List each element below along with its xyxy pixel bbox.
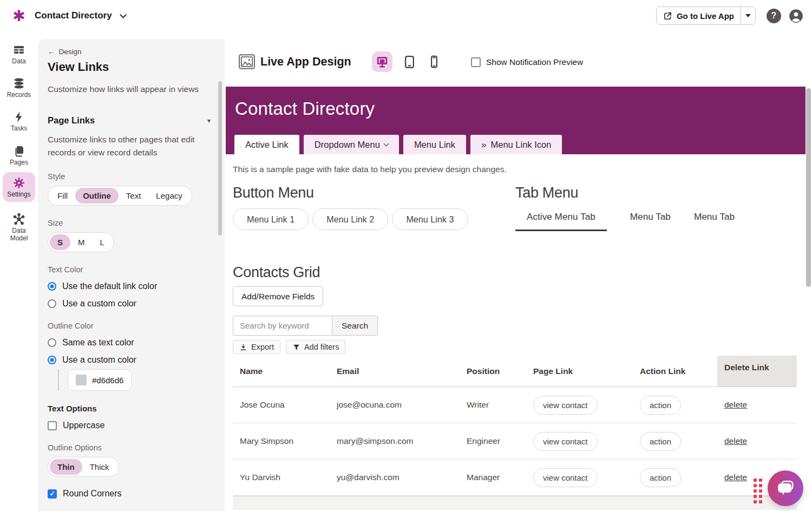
device-mobile-button[interactable] [424, 51, 444, 72]
gear-icon [12, 176, 25, 189]
style-option-outline[interactable]: Outline [75, 188, 119, 204]
table-row: Jose Ocuna jose@ocuna.com Writer view co… [233, 387, 797, 423]
nav-tab-menu-link[interactable]: Menu Link [403, 135, 466, 154]
app-logo-asterisk-icon: ✱ [10, 7, 28, 25]
round-corners-option[interactable]: ✓ Round Corners [48, 489, 211, 499]
add-remove-fields-button[interactable]: Add/Remove Fields [233, 286, 323, 306]
action-button[interactable]: action [640, 432, 681, 451]
add-filters-button[interactable]: Add filters [286, 340, 345, 354]
column-header-action-link[interactable]: Action Link [633, 366, 717, 376]
sample-page-note: This is a sample page with fake data to … [233, 165, 507, 174]
view-contact-button[interactable]: view contact [533, 432, 598, 451]
text-color-default-option[interactable]: Use the default link color [48, 281, 211, 291]
device-tablet-button[interactable] [399, 51, 420, 72]
button-menu-title: Button Menu [233, 185, 314, 201]
column-header-page-link[interactable]: Page Link [526, 366, 633, 376]
device-desktop-button[interactable] [372, 51, 392, 72]
collapse-caret-icon[interactable]: ▾ [207, 117, 211, 125]
go-to-live-app-label: Go to Live App [677, 11, 734, 21]
app-switcher-name[interactable]: Contact Directory [35, 10, 112, 21]
account-avatar-button[interactable] [789, 9, 803, 23]
outline-color-same-option[interactable]: Same as text color [48, 338, 211, 348]
outline-option-thick[interactable]: Thick [82, 459, 117, 475]
action-button[interactable]: action [640, 468, 681, 487]
app-switcher-chevron-down-icon[interactable] [120, 11, 127, 18]
color-hex-value: #d6d6d6 [92, 376, 123, 385]
chat-widget-button[interactable] [768, 470, 803, 506]
search-input[interactable] [233, 316, 332, 336]
column-header-position[interactable]: Position [460, 366, 526, 376]
radio-icon[interactable] [48, 299, 56, 308]
drag-handle-dots[interactable] [754, 479, 762, 503]
nav-tab-active-link[interactable]: Active Link [234, 135, 299, 154]
nav-label: Data [3, 57, 35, 65]
delete-link[interactable]: delete [724, 473, 747, 482]
delete-link[interactable]: delete [724, 436, 747, 446]
back-to-design-link[interactable]: ← Design [48, 48, 211, 56]
cell-name: Jose Ocuna [233, 400, 330, 410]
style-option-text[interactable]: Text [119, 188, 149, 204]
main-scrollbar-thumb[interactable] [806, 88, 811, 287]
nav-item-tasks[interactable]: Tasks [3, 110, 35, 132]
go-to-live-app-caret-button[interactable] [741, 7, 755, 24]
nav-item-data-model[interactable]: Data Model [3, 213, 35, 242]
nav-item-data[interactable]: Data [3, 43, 35, 65]
size-option-s[interactable]: S [50, 234, 70, 250]
menu-tab-3[interactable]: Menu Tab [694, 211, 735, 231]
nav-item-records[interactable]: Records [3, 77, 35, 99]
designer-main: Live App Design Show Notification Previe… [225, 31, 812, 511]
network-icon [12, 213, 25, 226]
go-to-live-app-split-button[interactable]: Go to Live App [656, 6, 756, 25]
active-menu-tab[interactable]: Active Menu Tab [515, 211, 607, 231]
table-footer-strip [233, 496, 797, 510]
color-swatch[interactable] [76, 375, 87, 385]
help-button[interactable]: ? [767, 9, 781, 23]
settings-panel: ← Design View Links Customize how links … [38, 39, 225, 511]
size-option-l[interactable]: L [93, 234, 112, 250]
chat-bubble-icon [775, 478, 796, 499]
cell-email: jose@ocuna.com [330, 400, 460, 410]
uppercase-option[interactable]: Uppercase [48, 421, 211, 430]
view-contact-button[interactable]: view contact [533, 468, 598, 487]
database-icon [12, 77, 25, 90]
size-option-m[interactable]: M [70, 234, 93, 250]
nav-tab-dropdown-menu[interactable]: Dropdown Menu [304, 135, 399, 154]
outline-option-thin[interactable]: Thin [50, 459, 82, 475]
search-button[interactable]: Search [332, 316, 378, 336]
outline-weight-segmented-control: Thin Thick [48, 457, 119, 477]
outline-color-custom-option[interactable]: Use a custom color [48, 355, 211, 365]
nav-item-settings[interactable]: Settings [3, 172, 35, 202]
checkbox-icon[interactable] [471, 57, 481, 67]
outline-color-picker[interactable]: #d6d6d6 [68, 369, 132, 391]
nav-tab-menu-link-icon[interactable]: » Menu Link Icon [470, 135, 562, 154]
mobile-phone-icon [427, 55, 441, 69]
go-to-live-app-button[interactable]: Go to Live App [657, 7, 741, 24]
radio-selected-icon[interactable] [48, 282, 56, 291]
section-description: Customize links to other pages that edit… [48, 133, 211, 159]
text-color-custom-option[interactable]: Use a custom color [48, 299, 211, 309]
style-option-fill[interactable]: Fill [50, 188, 75, 204]
menu-link-1-button[interactable]: Menu Link 1 [233, 208, 309, 230]
radio-selected-icon[interactable] [48, 356, 56, 364]
export-button[interactable]: Export [233, 340, 280, 354]
action-button[interactable]: action [640, 396, 681, 415]
checkbox-icon[interactable] [48, 421, 57, 430]
column-header-email[interactable]: Email [330, 366, 460, 376]
radio-icon[interactable] [48, 338, 56, 347]
column-header-name[interactable]: Name [233, 366, 330, 376]
view-contact-button[interactable]: view contact [533, 396, 598, 415]
checkbox-checked-icon[interactable]: ✓ [48, 489, 57, 499]
back-label: Design [59, 48, 82, 56]
nav-item-pages[interactable]: Pages [3, 145, 35, 166]
menu-link-3-button[interactable]: Menu Link 3 [392, 208, 468, 230]
menu-link-2-button[interactable]: Menu Link 2 [312, 208, 388, 230]
style-label: Style [48, 172, 211, 181]
panel-scrollbar-thumb[interactable] [218, 81, 222, 235]
nav-label: Tasks [3, 125, 35, 132]
show-notification-preview-option[interactable]: Show Notification Preview [471, 57, 583, 67]
delete-link[interactable]: delete [724, 400, 747, 409]
menu-tab-2[interactable]: Menu Tab [630, 211, 671, 231]
text-color-label: Text Color [48, 265, 211, 274]
style-option-legacy[interactable]: Legacy [148, 188, 189, 204]
column-header-delete-link[interactable]: Delete Link [717, 356, 797, 386]
